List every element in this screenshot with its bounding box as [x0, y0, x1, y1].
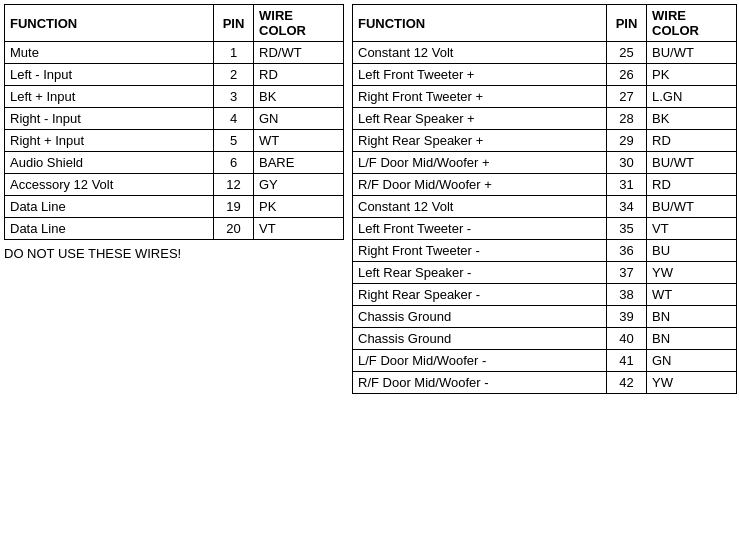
left-pin-cell: 20 [214, 218, 254, 240]
left-wire-cell: GN [254, 108, 344, 130]
right-pin-cell: 39 [607, 306, 647, 328]
left-pin-cell: 6 [214, 152, 254, 174]
right-table-row: Right Rear Speaker +29RD [353, 130, 737, 152]
right-function-cell: Chassis Ground [353, 306, 607, 328]
left-function-cell: Right - Input [5, 108, 214, 130]
left-section: FUNCTION PIN WIRE COLOR Mute1RD/WTLeft -… [4, 4, 344, 261]
right-header-wire: WIRE COLOR [647, 5, 737, 42]
left-wire-cell: WT [254, 130, 344, 152]
right-table-row: Constant 12 Volt25BU/WT [353, 42, 737, 64]
right-wire-cell: GN [647, 350, 737, 372]
left-table-row: Accessory 12 Volt12GY [5, 174, 344, 196]
right-function-cell: L/F Door Mid/Woofer - [353, 350, 607, 372]
right-function-cell: Left Front Tweeter + [353, 64, 607, 86]
left-wire-cell: VT [254, 218, 344, 240]
left-pin-cell: 19 [214, 196, 254, 218]
right-section: FUNCTION PIN WIRE COLOR Constant 12 Volt… [352, 4, 737, 394]
left-table-row: Data Line20VT [5, 218, 344, 240]
left-function-cell: Data Line [5, 196, 214, 218]
right-wire-cell: VT [647, 218, 737, 240]
right-pin-cell: 26 [607, 64, 647, 86]
right-header-function: FUNCTION [353, 5, 607, 42]
left-function-cell: Left + Input [5, 86, 214, 108]
left-function-cell: Mute [5, 42, 214, 64]
left-header-function: FUNCTION [5, 5, 214, 42]
right-wire-cell: BU/WT [647, 42, 737, 64]
left-table-row: Right + Input5WT [5, 130, 344, 152]
left-wire-cell: RD/WT [254, 42, 344, 64]
right-pin-cell: 27 [607, 86, 647, 108]
left-wire-cell: BARE [254, 152, 344, 174]
right-pin-cell: 25 [607, 42, 647, 64]
right-pin-cell: 31 [607, 174, 647, 196]
left-header-wire: WIRE COLOR [254, 5, 344, 42]
right-pin-cell: 41 [607, 350, 647, 372]
left-function-cell: Accessory 12 Volt [5, 174, 214, 196]
left-table-row: Left + Input3BK [5, 86, 344, 108]
left-function-cell: Audio Shield [5, 152, 214, 174]
right-pin-cell: 29 [607, 130, 647, 152]
right-wire-cell: YW [647, 262, 737, 284]
right-pin-cell: 34 [607, 196, 647, 218]
left-table-row: Mute1RD/WT [5, 42, 344, 64]
left-header-pin: PIN [214, 5, 254, 42]
right-table-row: Right Rear Speaker -38WT [353, 284, 737, 306]
left-function-cell: Left - Input [5, 64, 214, 86]
right-function-cell: Left Front Tweeter - [353, 218, 607, 240]
left-wire-cell: BK [254, 86, 344, 108]
right-function-cell: R/F Door Mid/Woofer + [353, 174, 607, 196]
main-container: FUNCTION PIN WIRE COLOR Mute1RD/WTLeft -… [4, 4, 735, 394]
right-table-row: Constant 12 Volt34BU/WT [353, 196, 737, 218]
left-function-cell: Right + Input [5, 130, 214, 152]
right-function-cell: Right Rear Speaker + [353, 130, 607, 152]
right-pin-cell: 37 [607, 262, 647, 284]
right-wire-cell: BU/WT [647, 152, 737, 174]
right-table-row: R/F Door Mid/Woofer +31RD [353, 174, 737, 196]
right-function-cell: Left Rear Speaker + [353, 108, 607, 130]
left-wire-cell: RD [254, 64, 344, 86]
right-pin-cell: 36 [607, 240, 647, 262]
right-wire-cell: RD [647, 130, 737, 152]
right-pin-cell: 42 [607, 372, 647, 394]
right-function-cell: Constant 12 Volt [353, 42, 607, 64]
right-function-cell: Left Rear Speaker - [353, 262, 607, 284]
right-table-row: Right Front Tweeter +27L.GN [353, 86, 737, 108]
right-function-cell: R/F Door Mid/Woofer - [353, 372, 607, 394]
left-table: FUNCTION PIN WIRE COLOR Mute1RD/WTLeft -… [4, 4, 344, 240]
left-table-row: Data Line19PK [5, 196, 344, 218]
right-function-cell: Constant 12 Volt [353, 196, 607, 218]
left-table-row: Left - Input2RD [5, 64, 344, 86]
right-wire-cell: BK [647, 108, 737, 130]
do-not-use-notice: DO NOT USE THESE WIRES! [4, 246, 344, 261]
right-wire-cell: L.GN [647, 86, 737, 108]
right-wire-cell: PK [647, 64, 737, 86]
right-table-row: Right Front Tweeter -36BU [353, 240, 737, 262]
right-header-pin: PIN [607, 5, 647, 42]
right-pin-cell: 40 [607, 328, 647, 350]
right-table-row: L/F Door Mid/Woofer -41GN [353, 350, 737, 372]
right-pin-cell: 28 [607, 108, 647, 130]
right-table-row: Chassis Ground40BN [353, 328, 737, 350]
right-function-cell: Chassis Ground [353, 328, 607, 350]
right-table: FUNCTION PIN WIRE COLOR Constant 12 Volt… [352, 4, 737, 394]
right-wire-cell: WT [647, 284, 737, 306]
right-pin-cell: 30 [607, 152, 647, 174]
right-wire-cell: BN [647, 306, 737, 328]
left-pin-cell: 1 [214, 42, 254, 64]
right-table-row: Left Front Tweeter -35VT [353, 218, 737, 240]
right-table-row: Left Rear Speaker -37YW [353, 262, 737, 284]
left-wire-cell: GY [254, 174, 344, 196]
right-wire-cell: RD [647, 174, 737, 196]
left-pin-cell: 4 [214, 108, 254, 130]
right-table-row: Left Front Tweeter +26PK [353, 64, 737, 86]
right-wire-cell: BU [647, 240, 737, 262]
right-wire-cell: YW [647, 372, 737, 394]
left-function-cell: Data Line [5, 218, 214, 240]
left-pin-cell: 5 [214, 130, 254, 152]
left-wire-cell: PK [254, 196, 344, 218]
right-function-cell: L/F Door Mid/Woofer + [353, 152, 607, 174]
left-pin-cell: 12 [214, 174, 254, 196]
left-pin-cell: 2 [214, 64, 254, 86]
right-table-row: R/F Door Mid/Woofer -42YW [353, 372, 737, 394]
left-table-row: Right - Input4GN [5, 108, 344, 130]
